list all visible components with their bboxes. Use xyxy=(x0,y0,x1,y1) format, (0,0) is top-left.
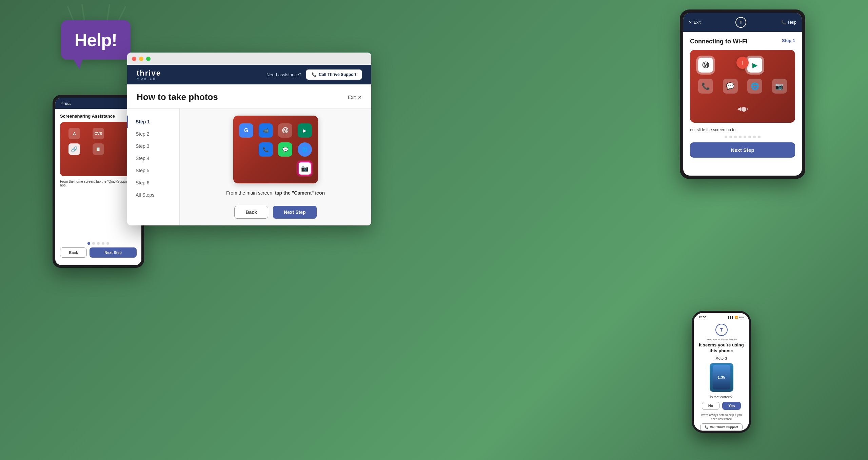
tr-dot-2 xyxy=(729,136,732,138)
tablet-right-exit[interactable]: ✕ Exit xyxy=(689,20,701,25)
phone-time: 12:30 xyxy=(698,316,706,319)
phone-yes-button[interactable]: Yes xyxy=(722,402,741,410)
brand-sub: MOBILE xyxy=(137,77,161,80)
tablet-right-step: Step 1 xyxy=(782,38,795,43)
tablet-right-next[interactable]: Next Step xyxy=(690,142,795,158)
step-item-5[interactable]: Step 5 xyxy=(127,164,179,177)
step-item-2[interactable]: Step 2 xyxy=(127,128,179,140)
tablet-right-inner: ✕ Exit T 📞 Help Connecting to Wi-Fi Step… xyxy=(683,13,802,176)
tablet-right-header: ✕ Exit T 📞 Help xyxy=(683,13,802,32)
nav-buttons: Back Next Step xyxy=(234,201,316,219)
tutorial-body: Step 1 Step 2 Step 3 Step 4 Step 5 Step … xyxy=(127,109,371,225)
aarp-icon: A xyxy=(68,128,80,139)
cvs-icon: CVS xyxy=(93,128,104,139)
phone-device-image: 1:35 xyxy=(710,363,733,392)
tablet-left-back[interactable]: Back xyxy=(60,247,87,258)
tr-dot-6 xyxy=(748,136,751,138)
tablet-left-phone-img: A CVS 🔗 📋 xyxy=(60,122,137,176)
tr-play-icon: ▶ xyxy=(747,58,762,73)
tablet-right-help[interactable]: 📞 Help xyxy=(781,20,796,25)
tr-dot-7 xyxy=(753,136,756,138)
exit-icon: ✕ xyxy=(358,95,362,100)
phone-logo-circle: T xyxy=(715,324,728,336)
tr-icon-2: 💬 xyxy=(723,79,738,94)
step-item-4[interactable]: Step 4 xyxy=(127,152,179,164)
tr-icon-3: 🌐 xyxy=(747,79,762,94)
phone-call-button[interactable]: 📞 Call Thrive Support xyxy=(700,423,742,431)
phone-no-button[interactable]: No xyxy=(702,402,720,410)
step-content: G 📹 Ⓜ ▶ 📞 💬 🌐 📷 xyxy=(180,109,371,225)
tr-phone-icon: 📞 xyxy=(781,20,786,25)
quicksupport-icon: 🔗 xyxy=(68,143,80,155)
phone-inner: 12:30 ▌▌▌ 📶 90% T Welcome to Thrive Mobi… xyxy=(694,313,749,431)
tablet-left-next[interactable]: Next Step xyxy=(90,247,137,258)
browser-content: How to take photos Exit ✕ Step 1 Step 2 … xyxy=(127,84,371,225)
steps-sidebar: Step 1 Step 2 Step 3 Step 4 Step 5 Step … xyxy=(127,109,180,225)
camera-app-icon: 📷 xyxy=(298,161,312,176)
tablet-left-caption: From the home screen, tap the "QuickSupp… xyxy=(60,180,137,187)
browser-close-dot[interactable] xyxy=(132,57,136,61)
tr-dot-4 xyxy=(739,136,742,138)
phone-main-text: It seems you're using this phone: xyxy=(698,342,744,354)
tr-dots xyxy=(690,136,795,138)
phone-icon: 📞 xyxy=(312,72,317,77)
tr-exit-icon: ✕ xyxy=(689,20,692,25)
browser-navbar: thrive MOBILE Need assistance? 📞 Call Th… xyxy=(127,65,371,84)
thrive-logo: thrive MOBILE xyxy=(137,69,161,80)
tr-dot-3 xyxy=(734,136,737,138)
help-bubble-text: Help! xyxy=(75,30,117,50)
navbar-right: Need assistance? 📞 Call Thrive Support xyxy=(267,69,362,80)
tr-dot-1 xyxy=(725,136,727,138)
exit-x-icon: ✕ xyxy=(60,101,63,105)
tutorial-title: How to take photos xyxy=(137,92,218,102)
tablet-right: ✕ Exit T 📞 Help Connecting to Wi-Fi Step… xyxy=(680,9,805,179)
phone-call-icon: 📞 xyxy=(705,425,708,429)
dot-3 xyxy=(97,242,100,245)
browser-minimize-dot[interactable] xyxy=(139,57,143,61)
next-step-button[interactable]: Next Step xyxy=(273,206,317,219)
dot-5 xyxy=(106,242,109,245)
tablet-left-title: Screensharing Assistance xyxy=(60,114,137,119)
tablet-left-nav: Back Next Step xyxy=(60,247,137,260)
tutorial-header: How to take photos Exit ✕ xyxy=(127,84,371,109)
phone-screenshot: G 📹 Ⓜ ▶ 📞 💬 🌐 📷 xyxy=(233,116,318,183)
phone-yn-buttons: No Yes xyxy=(702,402,741,410)
step-item-all[interactable]: All Steps xyxy=(127,189,179,201)
call-support-button[interactable]: 📞 Call Thrive Support xyxy=(306,69,362,80)
phone-screen-display: 1:35 xyxy=(713,365,730,389)
exit-button[interactable]: Exit ✕ xyxy=(348,95,362,100)
step-item-6[interactable]: Step 6 xyxy=(127,177,179,189)
tr-caption: en, slide the screen up to xyxy=(690,127,795,132)
help-bubble: Help! xyxy=(61,20,131,60)
back-button[interactable]: Back xyxy=(234,206,268,219)
dot-2 xyxy=(92,242,95,245)
step-item-1[interactable]: Step 1 xyxy=(127,116,179,128)
phone-model: Moto G xyxy=(715,357,727,360)
tr-icon-1: 📞 xyxy=(698,79,713,94)
tablet-right-logo: T xyxy=(735,17,746,28)
help-bubble-box: Help! xyxy=(61,20,131,60)
tablet-left-exit[interactable]: ✕ Exit xyxy=(60,101,71,105)
tr-dot-8 xyxy=(758,136,761,138)
phone-welcome-text: Welcome to Thrive Mobile xyxy=(706,338,737,341)
phone-logo-t: T xyxy=(720,327,723,333)
tablet-left-dots xyxy=(60,242,137,245)
browser-maximize-dot[interactable] xyxy=(146,57,151,61)
tr-logo-t: T xyxy=(739,20,743,25)
browser-titlebar xyxy=(127,53,371,65)
step-item-3[interactable]: Step 3 xyxy=(127,140,179,152)
step-caption: From the main screen, tap the "Camera" i… xyxy=(226,190,325,196)
tr-moto-icon: Ⓜ xyxy=(698,58,713,73)
tr-title-row: Connecting to Wi-Fi Step 1 xyxy=(690,38,795,45)
phone-status-bar: 12:30 ▌▌▌ 📶 90% xyxy=(694,313,749,320)
phone-signal: ▌▌▌ 📶 90% xyxy=(728,316,744,319)
tablet-right-title: Connecting to Wi-Fi xyxy=(690,38,748,45)
tablet-app-icon2: 📋 xyxy=(93,143,104,155)
tablet-right-phone-img: ↑ Ⓜ ▶ 📞 💬 🌐 📷 ◀ ⬤ ▪ xyxy=(690,50,795,123)
phone-help-text: We're always here to help if you need as… xyxy=(698,413,744,421)
tr-icon-4: 📷 xyxy=(772,79,787,94)
phone-content: T Welcome to Thrive Mobile It seems you'… xyxy=(694,320,749,431)
phone-device: 12:30 ▌▌▌ 📶 90% T Welcome to Thrive Mobi… xyxy=(692,311,751,433)
tr-dot-5 xyxy=(744,136,746,138)
browser-window: thrive MOBILE Need assistance? 📞 Call Th… xyxy=(127,53,371,225)
